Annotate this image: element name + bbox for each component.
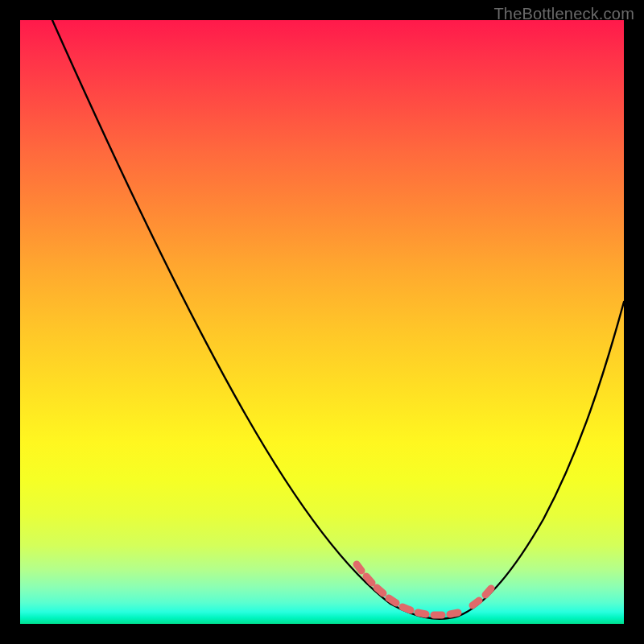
bottleneck-curve <box>52 20 624 619</box>
watermark-text: TheBottleneck.com <box>493 5 634 23</box>
curve-layer <box>20 20 624 624</box>
svg-line-3 <box>389 598 396 603</box>
svg-line-9 <box>485 588 491 595</box>
svg-line-0 <box>357 564 361 571</box>
svg-line-7 <box>450 613 458 614</box>
chart-stage: TheBottleneck.com <box>0 0 644 644</box>
svg-line-1 <box>366 576 372 583</box>
plot-area <box>20 20 624 624</box>
svg-line-5 <box>418 613 426 614</box>
min-highlight <box>357 564 491 615</box>
svg-line-2 <box>377 588 383 593</box>
svg-line-4 <box>402 607 411 610</box>
svg-line-8 <box>473 601 479 605</box>
